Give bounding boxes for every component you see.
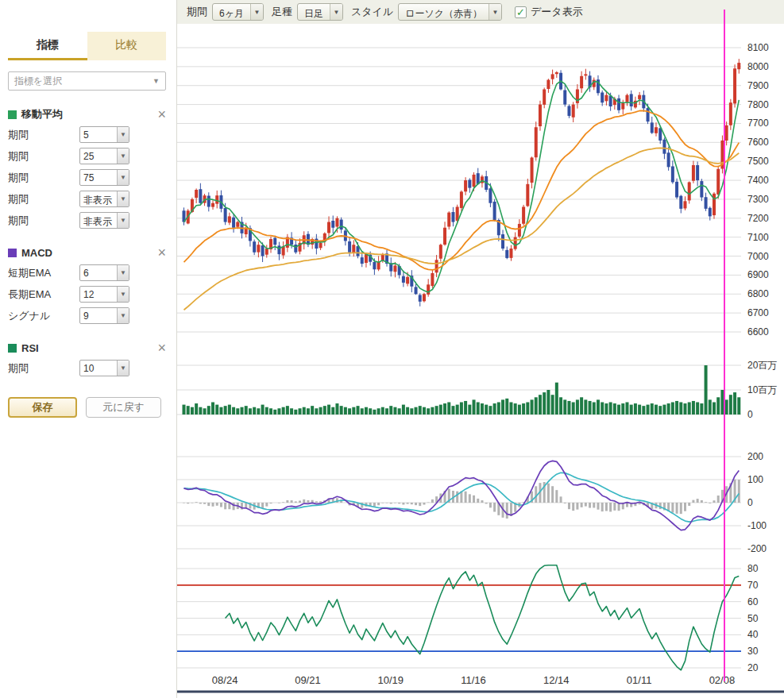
dd-value: 10 bbox=[80, 361, 117, 376]
close-icon[interactable]: × bbox=[157, 341, 166, 355]
rsi-row-period: 期間 10 ▼ bbox=[8, 360, 166, 376]
svg-text:6900: 6900 bbox=[747, 269, 769, 280]
bar-type-value: 日足 bbox=[298, 4, 330, 20]
row-label: 期間 bbox=[8, 171, 79, 185]
chevron-down-icon: ▼ bbox=[117, 191, 129, 206]
close-icon[interactable]: × bbox=[157, 245, 166, 260]
svg-text:08/24: 08/24 bbox=[212, 674, 238, 686]
svg-text:01/11: 01/11 bbox=[627, 674, 652, 686]
row-label: 期間 bbox=[8, 192, 79, 206]
svg-text:50: 50 bbox=[747, 613, 759, 624]
svg-text:6800: 6800 bbox=[747, 288, 769, 299]
ma-period-3-select[interactable]: 75 ▼ bbox=[79, 169, 129, 186]
indicator-select[interactable]: 指標を選択 ▼ bbox=[8, 71, 166, 91]
bar-type-select[interactable]: 日足 ▼ bbox=[297, 3, 343, 21]
chevron-down-icon: ▼ bbox=[117, 148, 129, 164]
sidebar-buttons: 保存 元に戻す bbox=[8, 397, 166, 418]
chevron-down-icon: ▼ bbox=[330, 4, 342, 20]
reset-button[interactable]: 元に戻す bbox=[86, 397, 161, 418]
svg-text:60: 60 bbox=[747, 596, 759, 607]
chevron-down-icon: ▼ bbox=[117, 287, 129, 302]
section-title: MACD bbox=[21, 247, 52, 259]
dd-value: 9 bbox=[80, 308, 117, 323]
svg-text:11/16: 11/16 bbox=[461, 674, 486, 686]
ma-period-2-select[interactable]: 25 ▼ bbox=[79, 148, 129, 164]
chart-app: 指標 比較 指標を選択 ▼ 移動平均 × 期間 5 ▼ 期間 bbox=[0, 0, 784, 698]
ma-period-1-select[interactable]: 5 ▼ bbox=[79, 126, 129, 143]
dd-value: 25 bbox=[80, 148, 117, 164]
dd-value: 75 bbox=[80, 170, 117, 185]
dd-value: 5 bbox=[80, 127, 117, 142]
macd-row-signal: シグナル 9 ▼ bbox=[8, 307, 166, 324]
svg-text:10百万: 10百万 bbox=[747, 384, 777, 395]
chevron-down-icon: ▼ bbox=[250, 4, 263, 20]
svg-text:7900: 7900 bbox=[747, 80, 769, 91]
svg-text:30: 30 bbox=[747, 646, 759, 657]
chart-toolbar: 期間 6ヶ月 ▼ 足種 日足 ▼ スタイル ローソク（赤青） ▼ ✓ データ表示 bbox=[177, 0, 784, 24]
svg-text:7300: 7300 bbox=[747, 194, 769, 205]
svg-text:20: 20 bbox=[747, 662, 759, 673]
chevron-down-icon: ▼ bbox=[117, 265, 129, 280]
ma-row-4: 期間 非表示 ▼ bbox=[8, 191, 166, 207]
chevron-down-icon: ▼ bbox=[117, 170, 129, 185]
svg-text:20百万: 20百万 bbox=[747, 360, 777, 371]
crosshair-line bbox=[724, 10, 725, 681]
bar-type-label: 足種 bbox=[272, 5, 292, 19]
save-button[interactable]: 保存 bbox=[8, 397, 77, 418]
chevron-down-icon: ▼ bbox=[117, 308, 129, 323]
ma-period-5-select[interactable]: 非表示 ▼ bbox=[79, 212, 129, 229]
svg-text:7200: 7200 bbox=[747, 213, 769, 224]
close-icon[interactable]: × bbox=[157, 107, 166, 121]
svg-text:0: 0 bbox=[747, 409, 753, 420]
macd-long-ema-select[interactable]: 12 ▼ bbox=[79, 286, 129, 303]
chart-svg[interactable]: 6600670068006900700071007200730074007500… bbox=[177, 24, 784, 698]
macd-color-swatch bbox=[8, 249, 17, 257]
ma-period-4-select[interactable]: 非表示 ▼ bbox=[79, 191, 129, 207]
style-select[interactable]: ローソク（赤青） ▼ bbox=[398, 3, 502, 21]
dd-value: 非表示 bbox=[80, 213, 117, 228]
rsi-period-select[interactable]: 10 ▼ bbox=[79, 360, 129, 376]
svg-text:7500: 7500 bbox=[747, 156, 769, 167]
chart-area: 6600670068006900700071007200730074007500… bbox=[177, 24, 784, 698]
row-label: 短期EMA bbox=[8, 266, 79, 280]
row-label: 期間 bbox=[8, 128, 79, 142]
macd-short-ema-select[interactable]: 6 ▼ bbox=[79, 264, 129, 281]
macd-row-short: 短期EMA 6 ▼ bbox=[8, 264, 166, 281]
svg-text:7000: 7000 bbox=[747, 251, 769, 262]
row-label: 期間 bbox=[8, 214, 79, 228]
svg-text:70: 70 bbox=[747, 580, 759, 591]
tab-indicators[interactable]: 指標 bbox=[8, 32, 87, 60]
section-title: RSI bbox=[21, 342, 39, 354]
svg-text:6600: 6600 bbox=[747, 326, 769, 337]
chevron-down-icon: ▼ bbox=[117, 361, 129, 376]
row-label: 期間 bbox=[8, 149, 79, 164]
tab-compare[interactable]: 比較 bbox=[87, 32, 167, 60]
row-label: シグナル bbox=[8, 309, 79, 323]
ma-row-3: 期間 75 ▼ bbox=[8, 169, 166, 186]
style-value: ローソク（赤青） bbox=[399, 4, 489, 20]
check-icon: ✓ bbox=[516, 6, 525, 18]
section-title: 移動平均 bbox=[21, 107, 63, 121]
svg-text:7800: 7800 bbox=[747, 99, 769, 110]
dd-value: 非表示 bbox=[80, 191, 117, 206]
row-label: 期間 bbox=[8, 361, 79, 376]
style-label: スタイル bbox=[351, 5, 393, 19]
svg-text:100: 100 bbox=[747, 474, 763, 485]
chart-main: 期間 6ヶ月 ▼ 足種 日足 ▼ スタイル ローソク（赤青） ▼ ✓ データ表示… bbox=[177, 0, 784, 698]
dd-value: 6 bbox=[80, 265, 117, 280]
section-rsi: RSI × 期間 10 ▼ bbox=[8, 341, 166, 376]
period-select[interactable]: 6ヶ月 ▼ bbox=[212, 3, 264, 21]
svg-text:7600: 7600 bbox=[747, 137, 769, 148]
chevron-down-icon: ▼ bbox=[117, 127, 129, 142]
svg-text:7100: 7100 bbox=[747, 232, 769, 243]
ma-row-2: 期間 25 ▼ bbox=[8, 148, 166, 164]
chevron-down-icon: ▼ bbox=[153, 77, 160, 85]
ma-row-1: 期間 5 ▼ bbox=[8, 126, 166, 143]
data-display-checkbox[interactable]: ✓ bbox=[515, 6, 527, 18]
indicator-select-placeholder: 指標を選択 bbox=[14, 75, 62, 88]
svg-text:7400: 7400 bbox=[747, 175, 769, 186]
svg-text:-200: -200 bbox=[747, 543, 767, 554]
macd-signal-select[interactable]: 9 ▼ bbox=[79, 307, 129, 324]
svg-text:7700: 7700 bbox=[747, 118, 769, 129]
data-display-label: データ表示 bbox=[531, 5, 583, 19]
